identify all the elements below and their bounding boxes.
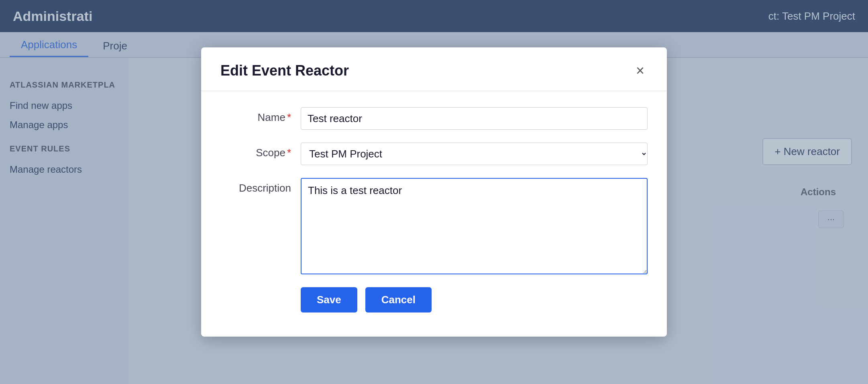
- edit-event-reactor-modal: Edit Event Reactor × Name* Scope* Test P…: [201, 47, 667, 337]
- scope-form-row: Scope* Test PM Project: [220, 143, 648, 165]
- name-label: Name*: [220, 107, 301, 124]
- scope-required: *: [287, 147, 291, 159]
- description-form-row: Description This is a test reactor: [220, 178, 648, 274]
- cancel-button[interactable]: Cancel: [365, 287, 432, 313]
- save-button[interactable]: Save: [301, 287, 357, 313]
- modal-title: Edit Event Reactor: [220, 62, 349, 79]
- name-required: *: [287, 111, 291, 123]
- button-row: Save Cancel: [220, 287, 648, 313]
- modal-body: Name* Scope* Test PM Project Description…: [201, 91, 667, 329]
- modal-header: Edit Event Reactor ×: [201, 47, 667, 91]
- name-form-row: Name*: [220, 107, 648, 130]
- description-label: Description: [220, 178, 301, 194]
- scope-label: Scope*: [220, 143, 301, 159]
- name-input[interactable]: [301, 107, 648, 130]
- modal-overlay: Edit Event Reactor × Name* Scope* Test P…: [0, 0, 868, 384]
- scope-select[interactable]: Test PM Project: [301, 143, 648, 165]
- description-textarea[interactable]: This is a test reactor: [301, 178, 648, 274]
- modal-close-button[interactable]: ×: [633, 62, 648, 80]
